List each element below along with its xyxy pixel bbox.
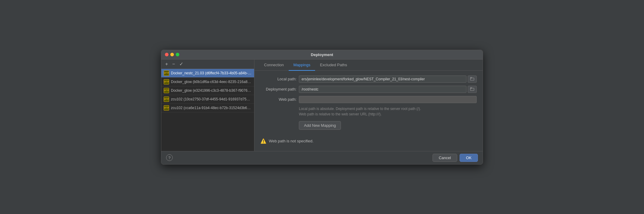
deployment-path-input[interactable] [299,86,466,93]
sftp-icon: SFTP [164,105,169,111]
sftp-icon: SFTP [164,88,169,93]
cancel-button[interactable]: Cancel [433,154,457,162]
ok-button[interactable]: OK [460,154,478,162]
sftp-icon: SFTP [164,70,169,76]
warning-row: ⚠️ Web path is not specified. [260,136,477,146]
server-name: Docker_glow (b0b1df6a-c63d-4eec-8235-216… [171,80,252,84]
server-list: SFTP Docker_nestc_21.03 (d6ffecf4-7b33-4… [161,69,254,151]
tab-excluded-paths[interactable]: Excluded Paths [315,60,352,71]
add-server-button[interactable]: + [164,61,169,67]
local-path-label: Local path: [260,77,296,81]
footer-buttons: Cancel OK [433,154,478,162]
footer: ? Cancel OK [161,151,483,164]
traffic-lights [165,53,179,56]
deployment-path-input-group [299,86,477,93]
server-item[interactable]: SFTP Docker_glow (e3241996-c3c3-4878-b36… [161,86,254,95]
web-path-row: Web path: [260,96,477,103]
check-server-button[interactable]: ✓ [178,61,185,67]
warning-icon: ⚠️ [260,138,266,144]
deployment-path-browse-button[interactable] [468,86,477,93]
tab-content-mappings: Local path: Deployment path: [254,71,483,151]
tabs-bar: Connection Mappings Excluded Paths [254,60,483,71]
right-panel: Connection Mappings Excluded Paths Local… [254,60,483,151]
deployment-dialog: Deployment + − ✓ SFTP Docker_nestc_21.03… [161,50,483,165]
server-name: Docker_glow (e3241996-c3c3-4878-b367-f90… [171,88,252,93]
help-text: Local path is absolute. Deployment path … [299,106,477,117]
local-path-input[interactable] [299,76,466,83]
dialog-title: Deployment [165,52,479,57]
server-name: zcu102 (cca6e11a-91b4-48ec-b72b-31524d3b… [171,106,252,110]
server-item[interactable]: SFTP Docker_glow (b0b1df6a-c63d-4eec-823… [161,78,254,86]
web-path-input[interactable] [299,96,477,103]
remove-server-button[interactable]: − [171,61,176,67]
maximize-button[interactable] [176,53,179,56]
sftp-icon: SFTP [164,79,169,85]
content-area: + − ✓ SFTP Docker_nestc_21.03 (d6ffecf4-… [161,60,483,151]
deployment-path-label: Deployment path: [260,87,296,91]
left-panel: + − ✓ SFTP Docker_nestc_21.03 (d6ffecf4-… [161,60,254,151]
server-item[interactable]: SFTP zcu102 (cca6e11a-91b4-48ec-b72b-315… [161,104,254,112]
deployment-path-row: Deployment path: [260,86,477,93]
sftp-icon: SFTP [164,97,169,102]
local-path-row: Local path: [260,76,477,83]
web-path-label: Web path: [260,97,296,102]
add-new-mapping-button[interactable]: Add New Mapping [299,121,341,130]
warning-text: Web path is not specified. [269,139,314,143]
tab-mappings[interactable]: Mappings [289,60,315,71]
minimize-button[interactable] [170,53,174,56]
help-button[interactable]: ? [166,154,173,161]
tab-connection[interactable]: Connection [259,60,289,71]
server-item[interactable]: SFTP zcu102 (10ce2750-37df-4455-94d1-916… [161,95,254,104]
close-button[interactable] [165,53,169,56]
server-name: zcu102 (10ce2750-37df-4455-94d1-916937d7… [171,97,252,101]
left-toolbar: + − ✓ [161,60,254,69]
server-item[interactable]: SFTP Docker_nestc_21.03 (d6ffecf4-7b33-4… [161,69,254,78]
local-path-input-group [299,76,477,83]
server-name: Docker_nestc_21.03 (d6ffecf4-7b33-4b05-a… [171,71,252,75]
local-path-browse-button[interactable] [468,76,477,83]
title-bar: Deployment [161,50,483,60]
